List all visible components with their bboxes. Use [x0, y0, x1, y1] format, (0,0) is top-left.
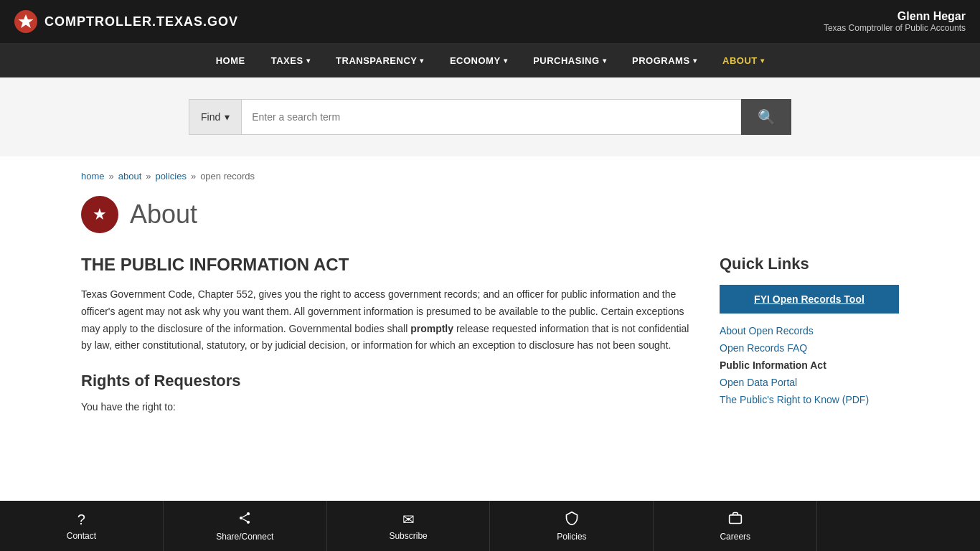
chevron-down-icon: ▾	[225, 111, 230, 123]
quick-links-title: Quick Links	[720, 255, 899, 273]
search-icon: 🔍	[758, 108, 776, 126]
sidebar-link-public-right-to-know[interactable]: The Public's Right to Know (PDF)	[720, 394, 869, 405]
sub-body-text: You have the right to:	[81, 399, 691, 416]
site-logo[interactable]: COMPTROLLER.TEXAS.GOV	[14, 10, 238, 33]
sidebar-link-open-records-faq[interactable]: Open Records FAQ	[720, 342, 807, 354]
user-info: Glenn Hegar Texas Comptroller of Public …	[824, 10, 966, 33]
site-title: COMPTROLLER.TEXAS.GOV	[44, 14, 238, 29]
main-navigation: HOME TAXES ▾ TRANSPARENCY ▾ ECONOMY ▾ PU…	[0, 43, 980, 77]
chevron-down-icon: ▾	[420, 57, 424, 65]
chevron-down-icon: ▾	[306, 57, 311, 65]
user-title: Texas Comptroller of Public Accounts	[824, 23, 966, 33]
user-name: Glenn Hegar	[824, 10, 966, 23]
nav-purchasing[interactable]: PURCHASING ▾	[520, 43, 619, 77]
nav-economy[interactable]: ECONOMY ▾	[437, 43, 520, 77]
sidebar-link-item: The Public's Right to Know (PDF)	[720, 394, 899, 405]
sidebar-link-item: Open Data Portal	[720, 377, 899, 388]
breadcrumb-about[interactable]: about	[118, 171, 142, 182]
search-button[interactable]: 🔍	[741, 99, 791, 135]
breadcrumb-current: open records	[200, 171, 255, 182]
page-title: About	[130, 199, 197, 230]
nav-about[interactable]: ABOUT ▾	[710, 43, 777, 77]
search-input[interactable]	[241, 99, 741, 135]
chevron-down-icon: ▾	[603, 57, 607, 65]
nav-taxes[interactable]: TAXES ▾	[258, 43, 323, 77]
nav-home[interactable]: HOME	[203, 43, 258, 77]
sub-section-title: Rights of Requestors	[81, 372, 691, 390]
nav-programs[interactable]: PROGRAMS ▾	[619, 43, 710, 77]
chevron-down-icon: ▾	[693, 57, 697, 65]
page-title-row: ★ About	[81, 196, 899, 233]
breadcrumb-policies[interactable]: policies	[156, 171, 187, 182]
sidebar-link-open-data-portal[interactable]: Open Data Portal	[720, 377, 797, 388]
chevron-down-icon: ▾	[504, 57, 508, 65]
title-icon: ★	[81, 196, 118, 233]
chevron-down-icon: ▾	[760, 57, 765, 65]
sidebar-link-item: Open Records FAQ	[720, 342, 899, 354]
sidebar-link-item-active: Public Information Act	[720, 359, 899, 371]
sidebar-link-item: About Open Records	[720, 325, 899, 336]
fyi-open-records-button[interactable]: FYI Open Records Tool	[720, 285, 899, 314]
sidebar-link-about-open-records[interactable]: About Open Records	[720, 325, 814, 336]
main-column: THE PUBLIC INFORMATION ACT Texas Governm…	[81, 255, 691, 416]
search-box: Find ▾ 🔍	[189, 99, 791, 135]
breadcrumb-home[interactable]: home	[81, 171, 105, 182]
sidebar: Quick Links FYI Open Records Tool About …	[720, 255, 899, 416]
nav-transparency[interactable]: TRANSPARENCY ▾	[323, 43, 437, 77]
sidebar-links: About Open Records Open Records FAQ Publ…	[720, 325, 899, 405]
search-area: Find ▾ 🔍	[0, 77, 980, 156]
star-icon	[14, 10, 37, 33]
two-column-layout: THE PUBLIC INFORMATION ACT Texas Governm…	[81, 255, 899, 416]
breadcrumb: home » about » policies » open records	[81, 171, 899, 182]
star-icon: ★	[93, 205, 107, 224]
section-title: THE PUBLIC INFORMATION ACT	[81, 255, 691, 275]
top-bar: COMPTROLLER.TEXAS.GOV Glenn Hegar Texas …	[0, 0, 980, 43]
find-button[interactable]: Find ▾	[189, 99, 241, 135]
content-area: home » about » policies » open records ★…	[60, 156, 920, 430]
body-text: Texas Government Code, Chapter 552, give…	[81, 286, 691, 354]
